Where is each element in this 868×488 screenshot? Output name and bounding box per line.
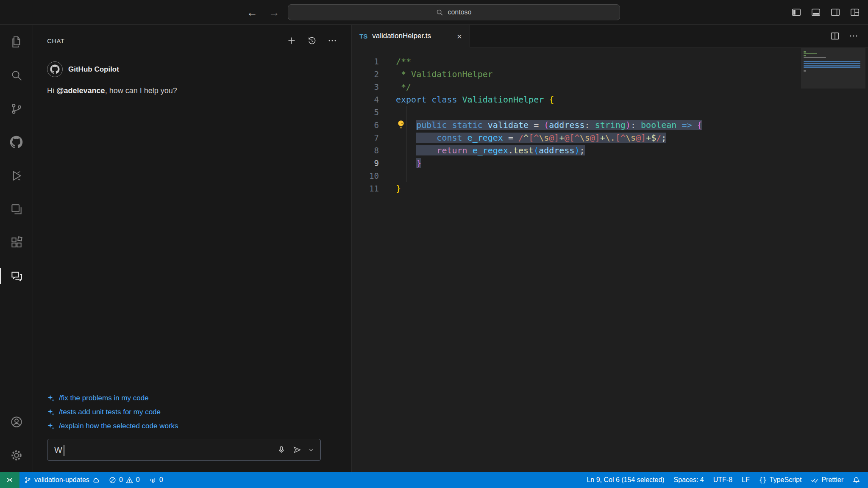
command-center-search[interactable]: contoso [288, 4, 620, 20]
language-status[interactable]: {} TypeScript [754, 472, 807, 488]
chat-more-button[interactable] [326, 34, 339, 47]
sparkle-icon [47, 408, 55, 416]
problems-status[interactable]: 0 0 [104, 472, 145, 488]
close-icon[interactable]: × [457, 32, 462, 41]
publish-changes-icon [92, 477, 100, 484]
chevron-down-icon[interactable] [308, 447, 314, 453]
new-chat-button[interactable] [285, 34, 298, 47]
code-line[interactable]: 7 const e_regex = /^[^\s@]+@[^\s@]+\.[^\… [352, 131, 868, 144]
activitybar-chat[interactable] [0, 259, 33, 293]
code-text: const e_regex = /^[^\s@]+@[^\s@]+\.[^\s@… [396, 131, 666, 144]
code-line[interactable]: 4export class ValidationHelper { [352, 93, 868, 106]
user-mention: @adelevance [56, 86, 105, 95]
encoding-status[interactable]: UTF-8 [709, 472, 737, 488]
back-arrow-icon[interactable]: ← [247, 6, 258, 19]
history-icon [307, 36, 317, 46]
code-line[interactable]: 8 return e_regex.test(address); [352, 144, 868, 157]
github-icon [10, 136, 23, 149]
chat-input[interactable] [47, 445, 277, 455]
assistant-greeting: Hi @adelevance, how can I help you? [47, 86, 337, 95]
activitybar-accounts[interactable] [0, 405, 33, 438]
code-line[interactable]: 3 */ [352, 80, 868, 93]
code-line[interactable]: 9 } [352, 157, 868, 169]
assistant-name: GitHub Copilot [68, 65, 119, 74]
editor-group: TS validationHelper.ts × 1/**2 * Validat… [352, 25, 868, 472]
suggestion-tests[interactable]: /tests add unit tests for my code [47, 408, 337, 416]
branch-status[interactable]: validation-updates [19, 472, 104, 488]
activitybar-extensions[interactable] [0, 226, 33, 259]
workbench: CHAT Git [0, 25, 868, 472]
eol-status[interactable]: LF [737, 472, 754, 488]
code-line[interactable]: 10 [352, 169, 868, 182]
more-actions-icon[interactable] [849, 31, 859, 41]
code-line[interactable]: 1/** [352, 55, 868, 68]
cursor-position-status[interactable]: Ln 9, Col 6 (154 selected) [582, 472, 669, 488]
plus-icon [287, 36, 297, 46]
formatter-label: Prettier [821, 476, 843, 484]
chat-icon [10, 269, 23, 283]
code-line[interactable]: 5 [352, 106, 868, 119]
line-number: 6 [352, 119, 379, 131]
activitybar-run-and-debug[interactable] [0, 159, 33, 192]
suggestion-fix[interactable]: /fix the problems in my code [47, 394, 337, 402]
activitybar-source-control[interactable] [0, 92, 33, 125]
code-line[interactable]: 11} [352, 182, 868, 195]
warnings-icon [126, 477, 133, 484]
code-text: return e_regex.test(address); [396, 144, 585, 157]
radio-tower-icon [149, 477, 156, 484]
notifications-status[interactable] [848, 472, 865, 488]
branch-name: validation-updates [34, 476, 89, 484]
tab-validationhelper[interactable]: TS validationHelper.ts × [352, 25, 470, 47]
explorer-icon [10, 35, 23, 49]
formatter-status[interactable]: Prettier [806, 472, 848, 488]
line-number: 3 [352, 80, 379, 93]
text-cursor [64, 445, 64, 456]
customize-layout-icon[interactable] [849, 7, 860, 18]
minimap[interactable] [804, 51, 863, 72]
line-number: 8 [352, 144, 379, 157]
error-count: 0 [119, 476, 123, 484]
activitybar-search[interactable] [0, 58, 33, 92]
code-line[interactable]: 2 * ValidationHelper [352, 68, 868, 80]
double-check-icon [811, 476, 818, 484]
remote-indicator[interactable] [0, 472, 19, 488]
chat-spacer [47, 95, 337, 394]
code-editor[interactable]: 1/**2 * ValidationHelper3 */4export clas… [352, 48, 868, 472]
split-editor-icon[interactable] [830, 31, 840, 41]
suggestion-explain[interactable]: /explain how the selected code works [47, 422, 337, 430]
cursor-position-label: Ln 9, Col 6 (154 selected) [587, 476, 664, 484]
language-label: TypeScript [770, 476, 802, 484]
chat-title: CHAT [47, 37, 64, 44]
send-icon[interactable] [292, 445, 302, 455]
activitybar-settings[interactable] [0, 438, 33, 472]
toggle-panel-icon[interactable] [810, 7, 821, 18]
ports-status[interactable]: 0 [145, 472, 168, 488]
suggestion-list: /fix the problems in my code /tests add … [47, 394, 337, 430]
bell-icon [853, 477, 860, 484]
code-line[interactable]: 6 public static validate = (address: str… [352, 119, 868, 131]
microphone-icon[interactable] [277, 445, 286, 455]
assistant-header-row: GitHub Copilot [47, 61, 337, 77]
toggle-sidebar-left-icon[interactable] [791, 7, 802, 18]
suggestion-label: /fix the problems in my code [59, 394, 149, 402]
layout-controls [791, 0, 860, 25]
activitybar-explorer[interactable] [0, 25, 33, 58]
title-bar: ← → contoso [0, 0, 868, 25]
sparkle-icon [47, 394, 55, 402]
chat-input-container [47, 439, 321, 461]
branch-icon [24, 477, 31, 484]
line-number: 4 [352, 93, 379, 106]
command-center-label: contoso [448, 8, 471, 16]
code-text: public static validate = (address: strin… [396, 119, 702, 131]
forward-arrow-icon[interactable]: → [269, 6, 280, 19]
minimap-slider[interactable] [801, 48, 865, 89]
activitybar-remote-explorer[interactable] [0, 192, 33, 226]
line-number: 11 [352, 182, 379, 195]
extensions-icon [10, 236, 23, 250]
copilot-lightbulb-icon[interactable] [396, 119, 406, 130]
activitybar-github[interactable] [0, 125, 33, 159]
chat-history-button[interactable] [306, 34, 318, 47]
toggle-sidebar-right-icon[interactable] [830, 7, 841, 18]
tab-label: validationHelper.ts [372, 32, 431, 40]
indentation-status[interactable]: Spaces: 4 [669, 472, 709, 488]
